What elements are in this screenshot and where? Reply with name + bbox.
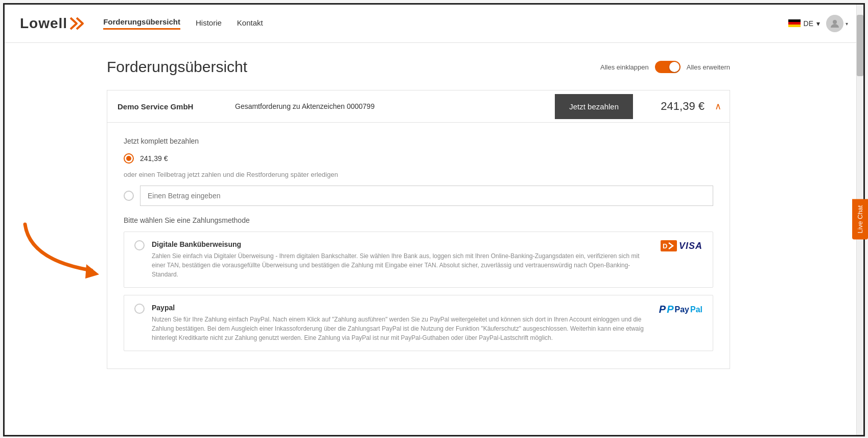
amount-input[interactable] (140, 186, 713, 206)
nav-links: Forderungsübersicht Historie Kontakt (103, 17, 788, 30)
live-chat-area: Live Chat (852, 199, 868, 239)
logo-arrows (69, 16, 88, 31)
payment-method-bank: Digitale Banküberweisung Zahlen Sie einf… (124, 232, 713, 288)
page-header: Forderungsübersicht Alles einklappen All… (107, 58, 730, 76)
scrollbar-thumb[interactable] (857, 15, 863, 76)
lang-chevron-icon: ▾ (816, 19, 820, 28)
visa-logo: VISA (679, 241, 702, 251)
logo-area: Lowell (20, 15, 88, 32)
toggle-switch[interactable] (655, 61, 681, 73)
full-payment-title: Jetzt komplett bezahlen (124, 137, 713, 145)
bank-method-info: Digitale Banküberweisung Zahlen Sie einf… (152, 240, 653, 279)
lang-label: DE (804, 19, 813, 28)
logo-text: Lowell (20, 15, 67, 32)
bank-method-radio[interactable] (134, 240, 145, 250)
method-title: Bitte wählen Sie eine Zahlungsmethode (124, 216, 713, 224)
flag-icon (788, 19, 801, 28)
bank-method-desc: Zahlen Sie einfach via Digitaler Überwei… (152, 251, 653, 279)
collapse-label: Alles einklappen (600, 63, 649, 71)
toggle-knob (669, 62, 679, 72)
user-chevron-icon: ▾ (846, 21, 848, 27)
full-payment-amount: 241,39 € (140, 154, 168, 163)
svg-text:D: D (663, 242, 667, 250)
partial-payment-radio[interactable] (124, 191, 134, 201)
expand-label: Alles erweitern (687, 63, 730, 71)
full-payment-option[interactable]: 241,39 € (124, 153, 713, 164)
full-payment-radio[interactable] (124, 153, 134, 164)
user-menu[interactable]: ▾ (826, 15, 848, 32)
paypal-method-radio[interactable] (134, 304, 145, 314)
bank-method-logo: D VISA (661, 240, 702, 251)
bank-method-name: Digitale Banküberweisung (152, 240, 653, 248)
nav-right: DE ▾ ▾ (788, 15, 848, 32)
svg-point-0 (833, 20, 837, 24)
nav-kontakt[interactable]: Kontakt (237, 18, 263, 29)
collapse-controls: Alles einklappen Alles erweitern (600, 61, 730, 73)
payment-method-paypal: Paypal Nutzen Sie für Ihre Zahlung einfa… (124, 295, 713, 351)
claim-company: Demo Service GmbH (107, 93, 225, 120)
nav-historie[interactable]: Historie (196, 18, 222, 29)
pay-button[interactable]: Jetzt bezahlen (555, 94, 633, 119)
claim-chevron-icon[interactable]: ∧ (715, 101, 730, 112)
paypal-method-name: Paypal (152, 304, 652, 312)
nav-forderung[interactable]: Forderungsübersicht (103, 17, 180, 30)
payment-panel: Jetzt komplett bezahlen 241,39 € oder ei… (107, 123, 730, 369)
navbar: Lowell Forderungsübersicht Historie Kont… (5, 5, 863, 43)
digital-bank-icon: D (661, 240, 677, 251)
paypal-method-desc: Nutzen Sie für Ihre Zahlung einfach PayP… (152, 315, 652, 342)
main-content: Forderungsübersicht Alles einklappen All… (5, 43, 761, 384)
live-chat-button[interactable]: Live Chat (852, 199, 868, 239)
claim-amount: 241,39 € (633, 90, 715, 122)
paypal-logo: PP PayPal (659, 304, 702, 315)
partial-divider-text: oder einen Teilbetrag jetzt zahlen und d… (124, 171, 713, 178)
paypal-method-info: Paypal Nutzen Sie für Ihre Zahlung einfa… (152, 304, 652, 342)
user-avatar (826, 15, 843, 32)
claim-row: Demo Service GmbH Gesamtforderung zu Akt… (107, 90, 730, 123)
page-title: Forderungsübersicht (107, 58, 247, 76)
claim-reference: Gesamtforderung zu Aktenzeichen 0000799 (225, 93, 555, 120)
lang-selector[interactable]: DE ▾ (788, 19, 820, 28)
paypal-logo-icon: PP PayPal (659, 304, 702, 315)
partial-payment-row (124, 186, 713, 206)
